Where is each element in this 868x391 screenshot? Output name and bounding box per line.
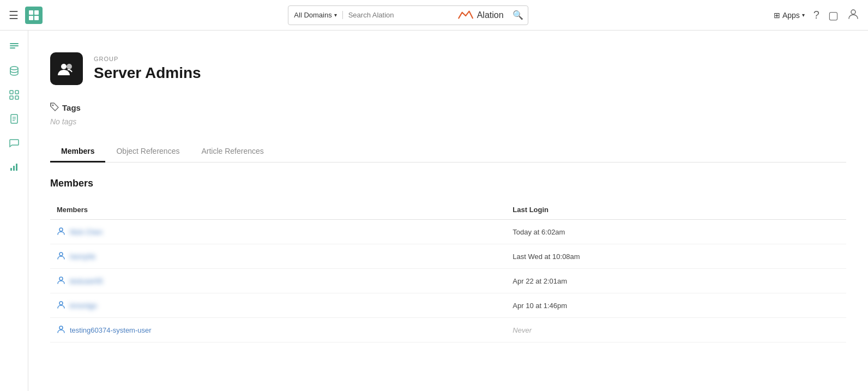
- svg-rect-6: [10, 45, 19, 46]
- main-content: GROUP Server Admins Tags No tags Members…: [28, 31, 868, 391]
- group-header: GROUP Server Admins: [50, 52, 846, 85]
- grid-apps-icon: ⊞: [774, 11, 780, 20]
- svg-point-26: [59, 277, 63, 280]
- sidebar-item-grid[interactable]: [4, 85, 24, 105]
- svg-point-27: [59, 302, 63, 305]
- group-name: Server Admins: [94, 64, 201, 82]
- last-login-value: Last Wed at 10:08am: [513, 252, 580, 261]
- svg-point-25: [59, 252, 63, 256]
- table-header-row: Members Last Login: [50, 200, 846, 220]
- sidebar-item-document[interactable]: [4, 109, 24, 129]
- column-header-last-login: Last Login: [506, 200, 846, 220]
- svg-rect-17: [10, 168, 12, 171]
- members-section-title: Members: [50, 178, 846, 189]
- top-navigation: ☰ All Domains ▾ Alation 🔍 ⊞ Apps: [0, 0, 868, 31]
- column-header-members: Members: [50, 200, 506, 220]
- tab-members[interactable]: Members: [50, 141, 105, 163]
- last-login-cell: Never: [506, 318, 846, 342]
- svg-rect-3: [34, 16, 39, 20]
- svg-rect-1: [34, 10, 39, 15]
- help-icon[interactable]: ?: [813, 9, 819, 21]
- member-name[interactable]: henryhb: [70, 252, 95, 261]
- tags-title: Tags: [62, 103, 81, 112]
- domain-label: All Domains: [294, 11, 331, 19]
- last-login-value: Never: [513, 326, 532, 334]
- tags-section: Tags No tags: [50, 103, 846, 126]
- svg-rect-10: [15, 91, 19, 94]
- svg-rect-0: [29, 10, 33, 15]
- member-cell: testuser05: [50, 269, 506, 293]
- last-login-cell: Last Wed at 10:08am: [506, 244, 846, 269]
- tabs: Members Object References Article Refere…: [50, 141, 846, 163]
- member-name[interactable]: testing60374-system-user: [70, 326, 152, 334]
- svg-rect-2: [29, 16, 33, 20]
- member-cell: henryhb: [50, 244, 506, 269]
- alation-logo-icon: [456, 10, 474, 21]
- nav-right: ⊞ Apps ▾ ? ▢: [774, 8, 859, 22]
- user-profile-icon[interactable]: [847, 8, 859, 22]
- group-icon: [50, 52, 83, 85]
- member-avatar-icon: [57, 300, 65, 311]
- svg-rect-18: [13, 166, 15, 171]
- member-name[interactable]: Nick Chen: [70, 228, 103, 236]
- last-login-cell: Apr 22 at 2:01am: [506, 269, 846, 293]
- messages-icon[interactable]: ▢: [828, 9, 839, 22]
- tab-object-references[interactable]: Object References: [105, 141, 190, 163]
- member-name[interactable]: testuser05: [70, 277, 103, 285]
- member-avatar-icon: [57, 324, 65, 335]
- member-cell: testing60374-system-user: [50, 318, 506, 342]
- apps-button[interactable]: ⊞ Apps ▾: [774, 11, 805, 20]
- tag-icon: [50, 103, 59, 113]
- member-avatar-icon: [57, 275, 65, 286]
- last-login-cell: Today at 6:02am: [506, 220, 846, 244]
- svg-rect-5: [10, 43, 19, 44]
- table-row: Nick Chen Today at 6:02am: [50, 220, 846, 244]
- sidebar-item-conversation[interactable]: [4, 133, 24, 153]
- apps-chevron-icon: ▾: [802, 12, 805, 18]
- sidebar-item-data[interactable]: [4, 61, 24, 81]
- member-cell: kmontgo: [50, 293, 506, 318]
- member-avatar-icon: [57, 251, 65, 262]
- sidebar: [0, 31, 28, 391]
- sidebar-item-analytics[interactable]: [4, 157, 24, 177]
- members-section: Members Members Last Login Nick Chen: [50, 178, 846, 342]
- tags-label: Tags: [50, 103, 846, 113]
- group-type-label: GROUP: [94, 56, 201, 62]
- search-input[interactable]: [343, 11, 452, 19]
- search-icon[interactable]: 🔍: [508, 10, 528, 20]
- last-login-value: Apr 10 at 1:46pm: [513, 302, 567, 310]
- chevron-down-icon: ▾: [334, 12, 337, 18]
- last-login-value: Today at 6:02am: [513, 228, 565, 236]
- alation-brand: Alation: [456, 10, 504, 21]
- hamburger-menu-icon[interactable]: ☰: [9, 9, 19, 22]
- table-row: testuser05 Apr 22 at 2:01am: [50, 269, 846, 293]
- svg-point-28: [59, 326, 63, 329]
- no-tags-text: No tags: [50, 117, 846, 126]
- last-login-value: Apr 22 at 2:01am: [513, 277, 567, 285]
- sidebar-item-catalog[interactable]: [4, 37, 24, 57]
- member-name[interactable]: kmontgo: [70, 302, 97, 310]
- members-table: Members Last Login Nick Chen Today at 6:…: [50, 200, 846, 342]
- member-avatar-icon: [57, 226, 65, 237]
- alation-text: Alation: [477, 10, 504, 20]
- member-cell: Nick Chen: [50, 220, 506, 244]
- domain-select[interactable]: All Domains ▾: [288, 11, 342, 19]
- svg-rect-19: [16, 164, 17, 171]
- members-table-body: Nick Chen Today at 6:02am henryhb Last W…: [50, 220, 846, 342]
- table-row: testing60374-system-user Never: [50, 318, 846, 342]
- svg-point-4: [851, 10, 855, 14]
- app-logo: [25, 7, 43, 24]
- svg-point-8: [10, 67, 18, 70]
- group-meta: GROUP Server Admins: [94, 56, 201, 82]
- svg-rect-7: [10, 47, 15, 49]
- svg-point-20: [61, 64, 67, 69]
- svg-rect-12: [15, 96, 19, 99]
- svg-point-21: [67, 64, 72, 69]
- svg-rect-11: [10, 96, 13, 99]
- table-row: henryhb Last Wed at 10:08am: [50, 244, 846, 269]
- svg-rect-9: [10, 91, 13, 94]
- tab-article-references[interactable]: Article References: [190, 141, 274, 163]
- svg-point-22: [52, 105, 54, 106]
- svg-point-24: [59, 228, 63, 231]
- table-row: kmontgo Apr 10 at 1:46pm: [50, 293, 846, 318]
